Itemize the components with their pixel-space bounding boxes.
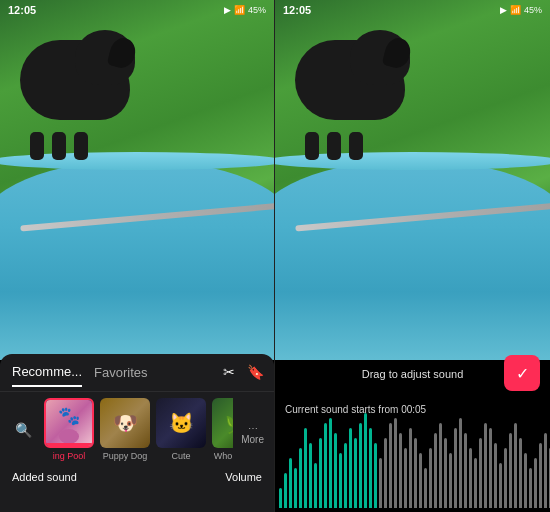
right-dog-shape	[295, 30, 415, 160]
sound-thumb-who-let: 🌿	[212, 398, 233, 448]
waveform-bar	[479, 438, 482, 508]
left-panel: 12:05 ▶ 📶 45% Recomme... Favorites	[0, 0, 275, 512]
right-video-preview	[275, 0, 550, 360]
waveform-bar	[334, 433, 337, 508]
waveform-bar	[339, 453, 342, 508]
right-status-time: 12:05	[283, 4, 311, 16]
video-preview	[0, 0, 274, 360]
left-status-bar: 12:05 ▶ 📶 45%	[0, 0, 274, 20]
left-status-time: 12:05	[8, 4, 36, 16]
waveform-bar	[369, 428, 372, 508]
waveform-bar	[449, 453, 452, 508]
waveform[interactable]	[275, 402, 550, 512]
waveform-bar	[319, 438, 322, 508]
waveform-bar	[279, 488, 282, 508]
left-signal-icon: ▶	[224, 5, 231, 15]
sound-items-list: 🐾 ing Pool 🐶 Puppy Dog 🐱	[44, 398, 233, 461]
check-icon: ✓	[516, 364, 529, 383]
sound-item-ing-pool[interactable]: 🐾 ing Pool	[44, 398, 94, 461]
waveform-bar	[524, 453, 527, 508]
more-label-text: More	[241, 434, 264, 445]
waveform-bar	[344, 443, 347, 508]
waveform-bar	[354, 438, 357, 508]
waveform-bar	[374, 443, 377, 508]
waveform-bar	[414, 438, 417, 508]
search-icon: 🔍	[15, 422, 32, 438]
sound-item-who-let[interactable]: 🌿 Who Let Th	[212, 398, 233, 461]
waveform-bar	[484, 423, 487, 508]
more-icon: ⋯	[248, 423, 258, 434]
waveform-bar	[544, 433, 547, 508]
waveform-bar	[434, 433, 437, 508]
confirm-button[interactable]: ✓	[504, 355, 540, 391]
sound-label-who-let: Who Let Th	[214, 451, 233, 461]
waveform-bar	[404, 448, 407, 508]
waveform-bar	[439, 423, 442, 508]
waveform-bar	[519, 438, 522, 508]
sound-row: 🔍 🐾 ing Pool 🐶	[0, 392, 274, 467]
bottom-sheet: Recomme... Favorites ✂ 🔖 🔍 🐾	[0, 354, 274, 512]
waveform-bar	[424, 468, 427, 508]
dog-leg-1	[30, 132, 44, 160]
left-wifi-icon: 📶	[234, 5, 245, 15]
right-dog-ear	[382, 35, 414, 70]
sound-thumb-puppy-dog: 🐶	[100, 398, 150, 448]
waveform-bar	[429, 448, 432, 508]
left-status-icons: ▶ 📶 45%	[224, 5, 266, 15]
dog-shape	[20, 30, 140, 160]
right-status-bar: 12:05 ▶ 📶 45%	[275, 0, 550, 20]
waveform-bar	[464, 433, 467, 508]
right-status-icons: ▶ 📶 45%	[500, 5, 542, 15]
sound-label-puppy-dog: Puppy Dog	[103, 451, 148, 461]
tab-icons: ✂ 🔖	[223, 364, 264, 380]
waveform-bar	[459, 418, 462, 508]
waveform-bar	[364, 413, 367, 508]
drag-hint-text: Drag to adjust sound	[362, 368, 464, 380]
waveform-bar	[329, 418, 332, 508]
sound-label-ing-pool: ing Pool	[53, 451, 86, 461]
waveform-bar	[384, 438, 387, 508]
waveform-bar	[444, 438, 447, 508]
right-signal-icon: ▶	[500, 5, 507, 15]
waveform-bar	[499, 463, 502, 508]
waveform-bar	[389, 423, 392, 508]
waveform-bar	[284, 473, 287, 508]
scissors-icon[interactable]: ✂	[223, 364, 235, 380]
active-indicator	[46, 443, 92, 446]
waveform-bar	[409, 428, 412, 508]
right-battery: 45%	[524, 5, 542, 15]
waveform-bar	[454, 428, 457, 508]
waveform-bar	[314, 463, 317, 508]
right-pool-shape	[275, 160, 550, 360]
right-dog-head	[350, 30, 410, 85]
waveform-bar	[399, 433, 402, 508]
right-dog-leg-1	[305, 132, 319, 160]
waveform-bar	[494, 443, 497, 508]
added-volume-row: Added sound Volume	[0, 467, 274, 487]
waveform-bar	[299, 448, 302, 508]
tab-favorites[interactable]: Favorites	[94, 365, 147, 386]
dog-legs	[30, 132, 88, 160]
dog-leg-2	[52, 132, 66, 160]
waveform-bar	[504, 448, 507, 508]
waveform-bar	[379, 458, 382, 508]
pool-shape	[0, 160, 274, 360]
dog-head	[75, 30, 135, 85]
tab-recommend[interactable]: Recomme...	[12, 364, 82, 387]
search-button[interactable]: 🔍	[10, 415, 36, 445]
bookmark-icon[interactable]: 🔖	[247, 364, 264, 380]
waveform-bar	[514, 423, 517, 508]
volume-label: Volume	[225, 471, 262, 483]
waveform-bar	[474, 458, 477, 508]
waveform-bar	[419, 453, 422, 508]
sound-item-cute[interactable]: 🐱 Cute	[156, 398, 206, 461]
dog-leg-3	[74, 132, 88, 160]
waveform-bar	[324, 423, 327, 508]
dog-ear	[107, 35, 139, 70]
sound-thumb-ing-pool: 🐾	[44, 398, 94, 448]
sound-item-puppy-dog[interactable]: 🐶 Puppy Dog	[100, 398, 150, 461]
more-button[interactable]: ⋯ More	[241, 415, 264, 445]
waveform-bar	[539, 443, 542, 508]
waveform-bar	[534, 458, 537, 508]
waveform-bar	[394, 418, 397, 508]
